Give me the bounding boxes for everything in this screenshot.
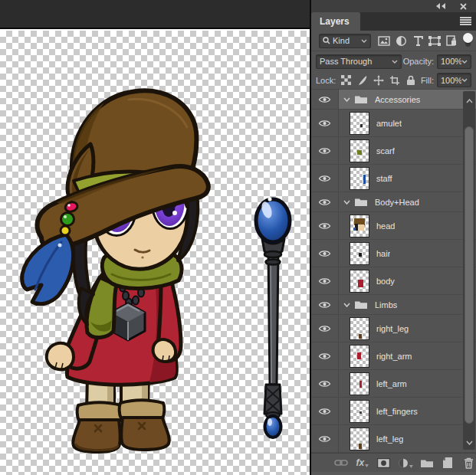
add-layer-mask-icon[interactable]	[376, 455, 391, 470]
row-body[interactable]: Accessories	[339, 90, 476, 109]
layer-row-hair[interactable]: hair	[311, 240, 476, 267]
opacity-dropdown[interactable]: 100%	[437, 54, 471, 69]
scroll-down-icon[interactable]	[463, 437, 475, 448]
layer-row-staff[interactable]: staff	[311, 165, 476, 192]
visibility-toggle[interactable]	[317, 117, 333, 129]
row-body[interactable]: head	[339, 212, 476, 239]
layer-row-right_arm[interactable]: right_arm	[311, 342, 476, 370]
layer-thumbnail[interactable]	[350, 139, 369, 162]
layer-name: scarf	[376, 146, 395, 156]
layer-thumbnail[interactable]	[350, 428, 369, 450]
lock-transparent-pixels-icon[interactable]	[340, 74, 353, 87]
row-body[interactable]: body	[339, 267, 476, 294]
row-body[interactable]: scarf	[339, 137, 476, 164]
lock-position-icon[interactable]	[372, 74, 385, 87]
layer-name: staff	[376, 174, 392, 183]
type-layer-filter-icon[interactable]	[411, 34, 425, 48]
group-expand-chevron-icon[interactable]	[343, 303, 350, 307]
layer-filtering-toggle[interactable]	[462, 33, 471, 48]
row-body[interactable]: left_arm	[339, 370, 476, 397]
layer-thumbnail[interactable]	[350, 242, 369, 265]
row-body[interactable]: staff	[339, 165, 476, 192]
visibility-toggle[interactable]	[317, 299, 333, 311]
document-topbar	[0, 0, 310, 29]
row-body[interactable]: Body+Head	[339, 192, 476, 211]
layer-row-left_fingers[interactable]: left_fingers	[311, 398, 476, 425]
row-body[interactable]: Limbs	[339, 295, 476, 314]
eye-column	[311, 192, 339, 211]
layer-row-body[interactable]: body	[311, 267, 476, 295]
fill-dropdown[interactable]: 100%	[437, 73, 471, 87]
row-body[interactable]: right_arm	[339, 342, 476, 369]
canvas-area[interactable]	[0, 0, 310, 475]
blend-mode-dropdown[interactable]: Pass Through	[316, 54, 402, 69]
group-row-Body+Head[interactable]: Body+Head	[311, 192, 476, 212]
visibility-toggle[interactable]	[317, 275, 333, 287]
panel-tab-bar: Layers	[311, 12, 476, 31]
layer-row-left_arm[interactable]: left_arm	[311, 370, 476, 398]
layer-thumbnail[interactable]	[350, 372, 369, 395]
new-layer-icon[interactable]	[441, 455, 455, 470]
visibility-toggle[interactable]	[317, 323, 333, 335]
eye-column	[311, 370, 339, 397]
collapse-panels-icon[interactable]	[435, 2, 447, 11]
group-row-Limbs[interactable]: Limbs	[311, 295, 476, 315]
group-expand-chevron-icon[interactable]	[343, 200, 350, 205]
new-adjustment-layer-icon[interactable]	[398, 455, 413, 470]
row-body[interactable]: left_leg	[339, 425, 476, 452]
close-panel-icon[interactable]	[458, 2, 468, 11]
lock-image-pixels-icon[interactable]	[356, 74, 369, 87]
visibility-toggle[interactable]	[317, 378, 333, 390]
adjustment-layer-filter-icon[interactable]	[394, 34, 409, 48]
eye-column	[311, 137, 339, 164]
group-name: Accessories	[375, 95, 420, 104]
panel-menu-icon[interactable]	[460, 16, 471, 26]
visibility-toggle[interactable]	[317, 145, 333, 157]
visibility-toggle[interactable]	[317, 350, 333, 362]
layer-row-scarf[interactable]: scarf	[311, 137, 476, 165]
row-body[interactable]: left_fingers	[339, 398, 476, 424]
layer-thumbnail[interactable]	[350, 112, 369, 135]
delete-layer-icon[interactable]	[462, 455, 476, 470]
scroll-up-icon[interactable]	[463, 96, 475, 106]
layer-styles-fx-icon[interactable]: fx	[356, 455, 370, 470]
visibility-toggle[interactable]	[317, 247, 333, 260]
kind-filter-dropdown[interactable]: Kind	[319, 34, 371, 48]
visibility-toggle[interactable]	[317, 220, 333, 232]
search-icon	[323, 37, 330, 44]
group-folder-icon	[354, 197, 368, 207]
layer-list-scrollbar[interactable]	[463, 91, 475, 450]
visibility-toggle[interactable]	[317, 172, 333, 185]
visibility-toggle[interactable]	[317, 433, 333, 445]
smart-object-filter-icon[interactable]	[445, 34, 459, 48]
visibility-toggle[interactable]	[317, 405, 333, 418]
layer-thumbnail[interactable]	[350, 215, 369, 238]
layer-row-head[interactable]: head	[311, 212, 476, 240]
scrollbar-thumb[interactable]	[465, 126, 474, 424]
layer-thumbnail[interactable]	[350, 345, 369, 368]
visibility-toggle[interactable]	[317, 93, 333, 106]
eye-column	[311, 165, 339, 192]
layer-thumbnail[interactable]	[350, 317, 369, 340]
layer-row-right_leg[interactable]: right_leg	[311, 315, 476, 342]
visibility-toggle[interactable]	[317, 196, 333, 208]
lock-all-icon[interactable]	[404, 74, 417, 87]
row-body[interactable]: hair	[339, 240, 476, 267]
row-body[interactable]: amulet	[339, 110, 476, 136]
layer-row-left_leg[interactable]: left_leg	[311, 425, 476, 453]
tab-layers[interactable]: Layers	[311, 12, 360, 31]
layer-thumbnail[interactable]	[350, 167, 369, 190]
group-expand-chevron-icon[interactable]	[343, 97, 350, 102]
shape-layer-filter-icon[interactable]	[428, 34, 442, 48]
lock-artboard-nesting-icon[interactable]	[388, 74, 401, 87]
link-layers-icon[interactable]	[334, 455, 349, 470]
new-group-icon[interactable]	[420, 455, 435, 470]
layer-row-amulet[interactable]: amulet	[311, 110, 476, 137]
layer-thumbnail[interactable]	[350, 400, 369, 423]
lock-label: Lock:	[316, 76, 336, 85]
row-body[interactable]: right_leg	[339, 315, 476, 342]
layer-thumbnail[interactable]	[350, 270, 369, 293]
panel-bottom-toolbar: fx	[311, 453, 476, 475]
group-row-Accessories[interactable]: Accessories	[311, 90, 476, 110]
pixel-layer-filter-icon[interactable]	[377, 34, 392, 48]
